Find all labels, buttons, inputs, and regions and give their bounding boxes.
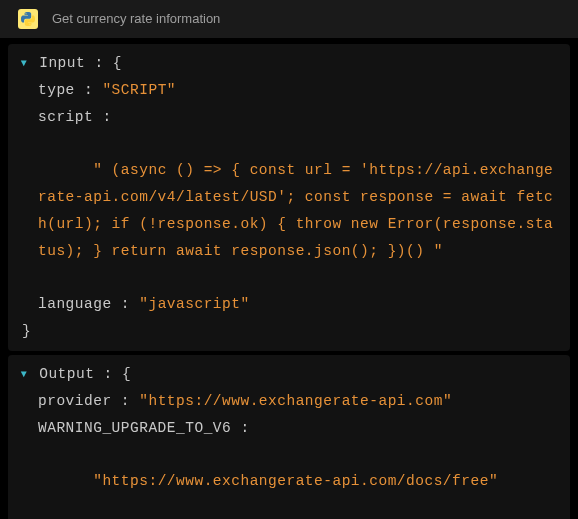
panel-header: Get currency rate information bbox=[0, 0, 578, 38]
output-section: ▼ Output : { provider : "https://www.exc… bbox=[8, 355, 570, 519]
value-language: "javascript" bbox=[139, 296, 249, 312]
value-warning: "https://www.exchangerate-api.com/docs/f… bbox=[93, 473, 498, 489]
input-close-row: } bbox=[14, 318, 558, 345]
open-brace: { bbox=[122, 366, 131, 382]
panel-title: Get currency rate information bbox=[52, 7, 220, 31]
colon: : bbox=[85, 55, 113, 71]
python-icon bbox=[18, 9, 38, 29]
input-label: Input bbox=[39, 55, 85, 71]
output-provider-row: provider : "https://www.exchangerate-api… bbox=[14, 388, 558, 415]
value-type: "SCRIPT" bbox=[102, 82, 176, 98]
key-warning: WARNING_UPGRADE_TO_V6 bbox=[38, 420, 231, 436]
input-header-row[interactable]: ▼ Input : { bbox=[14, 50, 558, 77]
input-language-row: language : "javascript" bbox=[14, 291, 558, 318]
key-type: type bbox=[38, 82, 75, 98]
input-section: ▼ Input : { type : "SCRIPT" script : " (… bbox=[8, 44, 570, 351]
input-script-key-row: script : bbox=[14, 104, 558, 131]
panel-body: ▼ Input : { type : "SCRIPT" script : " (… bbox=[0, 38, 578, 519]
key-script: script bbox=[38, 109, 93, 125]
input-type-row: type : "SCRIPT" bbox=[14, 77, 558, 104]
output-warning-value-row: "https://www.exchangerate-api.com/docs/f… bbox=[14, 441, 558, 519]
value-provider: "https://www.exchangerate-api.com" bbox=[139, 393, 452, 409]
output-label: Output bbox=[39, 366, 94, 382]
chevron-down-icon[interactable]: ▼ bbox=[18, 55, 30, 74]
output-warning-key-row: WARNING_UPGRADE_TO_V6 : bbox=[14, 415, 558, 442]
key-language: language bbox=[38, 296, 112, 312]
input-script-value: " (async () => { const url = 'https://ap… bbox=[14, 130, 558, 291]
output-header-row[interactable]: ▼ Output : { bbox=[14, 361, 558, 388]
value-script: " (async () => { const url = 'https://ap… bbox=[38, 162, 553, 258]
close-brace: } bbox=[22, 323, 31, 339]
open-brace: { bbox=[113, 55, 122, 71]
key-provider: provider bbox=[38, 393, 112, 409]
chevron-down-icon[interactable]: ▼ bbox=[18, 366, 30, 385]
